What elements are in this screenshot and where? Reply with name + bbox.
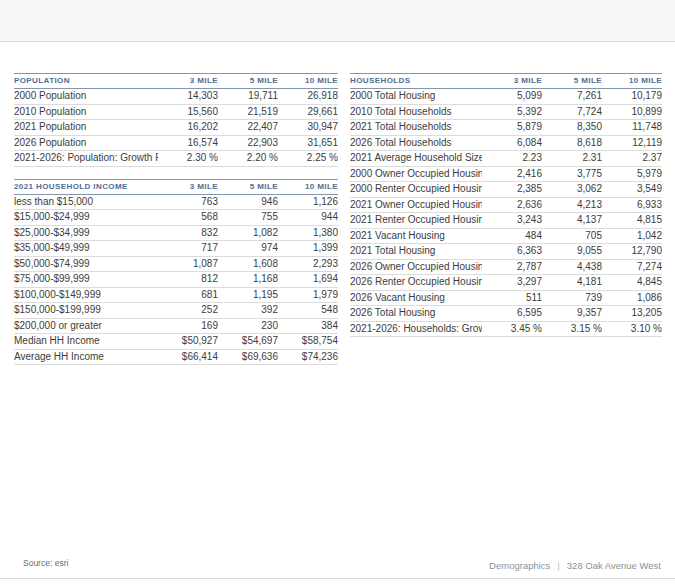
cell-value: $69,636: [218, 349, 278, 365]
column-header: 5 MILE: [542, 74, 602, 89]
cell-value: $66,414: [158, 349, 218, 365]
column-header: 5 MILE: [218, 179, 278, 194]
table-row: $35,000-$49,9997179741,399: [14, 241, 338, 257]
row-label: $75,000-$99,999: [14, 272, 158, 288]
row-label: 2026 Total Housing: [350, 306, 482, 322]
row-label: 2026 Total Households: [350, 135, 482, 151]
footer-report-name: Demographics: [489, 560, 550, 571]
cell-value: 4,438: [542, 259, 602, 275]
table-row: 2021-2026: Households: Growth Rate3.45 %…: [350, 321, 662, 337]
row-label: $25,000-$34,999: [14, 225, 158, 241]
source-note: Source: esri: [23, 558, 68, 568]
cell-value: 1,168: [218, 272, 278, 288]
row-label: 2021 Total Households: [350, 120, 482, 136]
cell-value: 681: [158, 287, 218, 303]
column-header: 3 MILE: [158, 74, 218, 89]
row-label: 2026 Population: [14, 135, 158, 151]
cell-value: 1,608: [218, 256, 278, 272]
cell-value: 3.15 %: [542, 321, 602, 337]
cell-value: 2.23: [482, 151, 542, 167]
cell-value: 5,879: [482, 120, 542, 136]
cell-value: 2.37: [602, 151, 662, 167]
cell-value: 511: [482, 290, 542, 306]
row-label: 2000 Renter Occupied Housing: [350, 182, 482, 198]
cell-value: 7,261: [542, 89, 602, 105]
cell-value: 1,087: [158, 256, 218, 272]
cell-value: 3,297: [482, 275, 542, 291]
cell-value: 7,724: [542, 104, 602, 120]
table-row: 2021 Total Households5,8798,35011,748: [350, 120, 662, 136]
footer-address: 328 Oak Avenue West: [567, 560, 661, 571]
household-income-table: 2021 HOUSEHOLD INCOME3 MILE5 MILE10 MILE…: [14, 179, 338, 366]
cell-value: 3,775: [542, 166, 602, 182]
cell-value: 1,195: [218, 287, 278, 303]
table-row: 2021 Vacant Housing4847051,042: [350, 228, 662, 244]
table-row: $75,000-$99,9998121,1681,694: [14, 272, 338, 288]
row-label: 2026 Vacant Housing: [350, 290, 482, 306]
cell-value: 169: [158, 318, 218, 334]
cell-value: 2.31: [542, 151, 602, 167]
table-row: Average HH Income$66,414$69,636$74,236: [14, 349, 338, 365]
footer-separator: |: [557, 560, 559, 571]
table-row: 2026 Total Households6,0848,61812,119: [350, 135, 662, 151]
row-label: 2021 Renter Occupied Housing: [350, 213, 482, 229]
cell-value: 832: [158, 225, 218, 241]
cell-value: 12,119: [602, 135, 662, 151]
cell-value: 5,979: [602, 166, 662, 182]
row-label: $100,000-$149,999: [14, 287, 158, 303]
table-row: 2021 Renter Occupied Housing3,2434,1374,…: [350, 213, 662, 229]
table-row: 2000 Owner Occupied Housing2,4163,7755,9…: [350, 166, 662, 182]
cell-value: 16,574: [158, 135, 218, 151]
cell-value: 6,933: [602, 197, 662, 213]
cell-value: 392: [218, 303, 278, 319]
cell-value: 31,651: [278, 135, 338, 151]
row-label: less than $15,000: [14, 194, 158, 210]
cell-value: 1,694: [278, 272, 338, 288]
cell-value: 10,899: [602, 104, 662, 120]
cell-value: 568: [158, 210, 218, 226]
table-row: 2000 Total Housing5,0997,26110,179: [350, 89, 662, 105]
row-label: $15,000-$24,999: [14, 210, 158, 226]
column-header: 3 MILE: [158, 179, 218, 194]
cell-value: 30,947: [278, 120, 338, 136]
row-label: 2021-2026: Households: Growth Rate: [350, 321, 482, 337]
cell-value: 2,385: [482, 182, 542, 198]
table-row: $150,000-$199,999252392548: [14, 303, 338, 319]
cell-value: 21,519: [218, 104, 278, 120]
column-header: 10 MILE: [602, 74, 662, 89]
cell-value: 1,979: [278, 287, 338, 303]
cell-value: 946: [218, 194, 278, 210]
cell-value: 11,748: [602, 120, 662, 136]
cell-value: $58,754: [278, 334, 338, 350]
row-label: 2010 Population: [14, 104, 158, 120]
row-label: $150,000-$199,999: [14, 303, 158, 319]
table-row: 2026 Renter Occupied Housing3,2974,1814,…: [350, 275, 662, 291]
cell-value: 4,845: [602, 275, 662, 291]
column-header: 3 MILE: [482, 74, 542, 89]
column-header: 10 MILE: [278, 179, 338, 194]
table-row: 2026 Owner Occupied Housing2,7874,4387,2…: [350, 259, 662, 275]
table-row: $100,000-$149,9996811,1951,979: [14, 287, 338, 303]
cell-value: 230: [218, 318, 278, 334]
row-label: 2021 Average Household Size: [350, 151, 482, 167]
cell-value: 812: [158, 272, 218, 288]
cell-value: 2,416: [482, 166, 542, 182]
cell-value: 484: [482, 228, 542, 244]
cell-value: 944: [278, 210, 338, 226]
cell-value: 16,202: [158, 120, 218, 136]
cell-value: 4,815: [602, 213, 662, 229]
report-content: POPULATION3 MILE5 MILE10 MILE2000 Popula…: [0, 42, 675, 365]
table-row: $200,000 or greater169230384: [14, 318, 338, 334]
table-row: 2026 Population16,57422,90331,651: [14, 135, 338, 151]
table-title: POPULATION: [14, 74, 158, 89]
cell-value: 9,055: [542, 244, 602, 260]
cell-value: 2,787: [482, 259, 542, 275]
row-label: 2026 Owner Occupied Housing: [350, 259, 482, 275]
cell-value: 739: [542, 290, 602, 306]
table-row: 2021 Population16,20222,40730,947: [14, 120, 338, 136]
population-table: POPULATION3 MILE5 MILE10 MILE2000 Popula…: [14, 73, 338, 167]
cell-value: 4,213: [542, 197, 602, 213]
cell-value: 7,274: [602, 259, 662, 275]
cell-value: 10,179: [602, 89, 662, 105]
cell-value: 1,082: [218, 225, 278, 241]
